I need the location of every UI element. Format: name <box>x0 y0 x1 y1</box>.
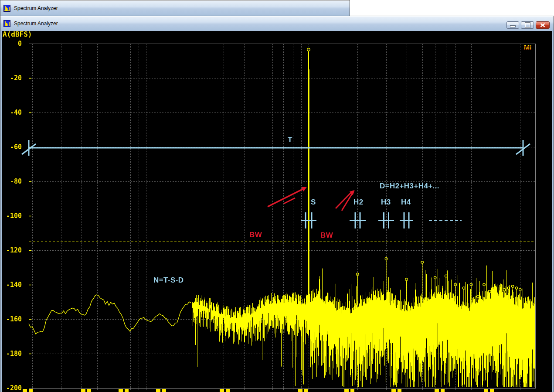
background-window-title: Spectrum Analyzer <box>14 5 58 11</box>
window-title: Spectrum Analyzer <box>14 20 58 27</box>
x-axis-label-clipped <box>81 389 92 392</box>
x-axis-label-clipped <box>391 389 403 392</box>
y-axis-tick-label: 0 <box>0 40 22 48</box>
minimize-button[interactable] <box>506 21 519 29</box>
close-icon <box>540 23 545 27</box>
bw-label-left: BW <box>249 231 262 239</box>
background-window-titlebar[interactable]: Spectrum Analyzer <box>0 0 350 16</box>
y-axis-tick-label: -200 <box>0 384 22 392</box>
h4-marker-label: H4 <box>401 198 411 207</box>
y-axis-tick-label: -20 <box>0 74 22 82</box>
x-axis-label-clipped <box>298 389 309 392</box>
y-axis-tick-label: -160 <box>0 315 22 323</box>
spectrum-bars-icon <box>3 5 10 12</box>
maximize-icon <box>525 23 530 27</box>
x-axis-label-clipped <box>220 389 231 392</box>
y-axis-tick-label: -60 <box>0 143 22 151</box>
window-titlebar[interactable]: Spectrum Analyzer <box>0 16 554 31</box>
desktop: { "back_window": { "title": "Spectrum An… <box>0 0 554 392</box>
h2-marker-label: H2 <box>353 198 364 207</box>
y-axis-title: A(dBFS) <box>3 30 32 38</box>
window-controls <box>506 21 550 29</box>
y-axis-tick-label: -80 <box>0 177 22 185</box>
bw-label-right: BW <box>320 231 333 240</box>
noise-formula-label: N=T-S-D <box>153 276 184 285</box>
y-axis-tick-label: -140 <box>0 281 22 289</box>
y-axis-tick-label: -40 <box>0 109 22 116</box>
x-axis-label-clipped <box>484 389 495 392</box>
x-axis-label-clipped <box>344 389 356 392</box>
y-axis-tick-label: -120 <box>0 246 22 254</box>
y-axis-tick-label: -100 <box>0 212 22 220</box>
signal-marker-label: S <box>311 198 316 207</box>
spectrum-bars-icon <box>3 20 10 27</box>
x-axis-label-clipped <box>119 389 130 392</box>
x-axis-label-clipped <box>156 389 167 392</box>
x-axis-label-clipped <box>23 389 34 392</box>
x-axis-label-clipped <box>435 389 446 392</box>
h3-marker-label: H3 <box>381 198 391 207</box>
minimize-icon <box>510 25 516 27</box>
window-right-border <box>552 31 554 392</box>
t-line-label: T <box>288 136 292 144</box>
spectrum-plot-canvas[interactable] <box>0 31 554 392</box>
distortion-formula-label: D=H2+H3+H4+... <box>380 182 439 191</box>
close-button[interactable] <box>536 21 550 29</box>
maximize-button[interactable] <box>521 21 534 29</box>
y-axis-tick-label: -180 <box>0 350 22 358</box>
mi-watermark: Mi <box>524 44 532 52</box>
